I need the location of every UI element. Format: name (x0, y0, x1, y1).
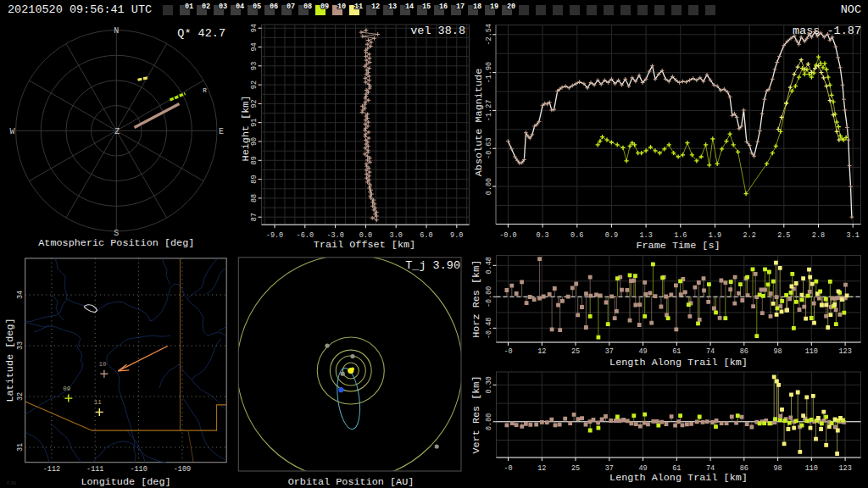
svg-text:07: 07 (287, 3, 295, 11)
svg-text:10: 10 (98, 361, 107, 368)
svg-text:61: 61 (672, 347, 681, 356)
svg-text:94: 94 (250, 24, 259, 32)
svg-text:32: 32 (16, 392, 25, 401)
svg-text:17: 17 (456, 3, 465, 11)
svg-text:E: E (219, 127, 224, 136)
svg-text:Latitude [deg]: Latitude [deg] (4, 318, 16, 402)
svg-text:98: 98 (773, 347, 782, 356)
svg-text:15: 15 (422, 3, 431, 11)
svg-text:W: W (10, 127, 15, 136)
svg-text:08: 08 (303, 3, 312, 11)
svg-text:74: 74 (706, 347, 715, 356)
svg-text:Vert Res [km]: Vert Res [km] (470, 375, 482, 453)
svg-text:-9.0: -9.0 (266, 231, 283, 240)
svg-text:0.3: 0.3 (536, 231, 548, 240)
svg-text:0.6: 0.6 (570, 231, 583, 240)
svg-text:2.2: 2.2 (743, 231, 756, 240)
svg-text:92: 92 (250, 99, 259, 108)
svg-text:86: 86 (740, 347, 748, 356)
svg-text:3.1: 3.1 (847, 231, 860, 240)
svg-text:-1.90: -1.90 (485, 62, 493, 84)
svg-text:12: 12 (371, 3, 380, 11)
svg-text:03: 03 (219, 3, 227, 11)
svg-text:2.5: 2.5 (777, 231, 790, 240)
svg-text:1.6: 1.6 (674, 231, 687, 240)
svg-text:90: 90 (250, 137, 259, 146)
svg-text:-0.63: -0.63 (485, 137, 493, 159)
svg-text:11: 11 (94, 399, 103, 406)
svg-text:-2.54: -2.54 (485, 24, 493, 46)
svg-text:49: 49 (638, 347, 647, 356)
svg-text:37: 37 (605, 347, 614, 356)
svg-text:6.0: 6.0 (420, 231, 432, 240)
svg-text:T_j 3.90: T_j 3.90 (405, 259, 460, 272)
svg-text:Trail Offset [km]: Trail Offset [km] (314, 239, 415, 251)
svg-text:0.48: 0.48 (485, 257, 493, 274)
svg-text:-1.27: -1.27 (485, 100, 493, 122)
svg-text:06: 06 (270, 3, 278, 11)
svg-text:-0.0: -0.0 (499, 231, 516, 240)
svg-text:Z: Z (114, 127, 120, 136)
svg-text:-110: -110 (130, 465, 147, 474)
svg-text:04: 04 (236, 3, 244, 11)
svg-text:33: 33 (16, 341, 25, 350)
svg-text:110: 110 (805, 347, 818, 356)
svg-text:11: 11 (354, 3, 363, 11)
svg-text:Horz Res [km]: Horz Res [km] (470, 260, 482, 338)
svg-text:20: 20 (507, 3, 515, 11)
svg-text:110: 110 (805, 464, 818, 473)
svg-text:Height [km]: Height [km] (240, 96, 252, 162)
svg-text:Orbital Position [AU]: Orbital Position [AU] (288, 476, 415, 488)
svg-text:0.00: 0.00 (485, 413, 493, 430)
svg-text:92: 92 (250, 80, 259, 89)
svg-text:0.00: 0.00 (485, 178, 493, 195)
svg-text:18: 18 (473, 3, 481, 11)
svg-text:R: R (203, 87, 207, 94)
svg-text:94: 94 (250, 42, 259, 51)
svg-text:Atmospheric Position [deg]: Atmospheric Position [deg] (38, 237, 194, 249)
svg-text:93: 93 (250, 62, 259, 70)
svg-text:89: 89 (250, 175, 259, 183)
svg-text:123: 123 (838, 347, 851, 356)
svg-text:13: 13 (388, 3, 397, 11)
svg-text:N: N (114, 26, 119, 36)
svg-text:0.9: 0.9 (605, 231, 618, 240)
svg-text:-109: -109 (174, 465, 191, 474)
svg-text:-0: -0 (504, 347, 512, 356)
svg-text:31: 31 (16, 443, 25, 452)
svg-text:09: 09 (320, 3, 329, 11)
svg-text:91: 91 (250, 119, 259, 127)
svg-text:FJW: FJW (7, 480, 16, 486)
svg-text:34: 34 (16, 291, 25, 299)
svg-text:NOC: NOC (841, 3, 861, 16)
svg-text:-0.00: -0.00 (485, 286, 493, 308)
svg-text:-0.48: -0.48 (485, 318, 493, 340)
svg-text:-112: -112 (43, 465, 60, 474)
svg-text:Q* 42.7: Q* 42.7 (177, 27, 225, 40)
svg-text:14: 14 (405, 3, 414, 11)
svg-text:Absolute Magnitude: Absolute Magnitude (473, 69, 485, 176)
svg-text:12: 12 (537, 347, 546, 356)
svg-text:16: 16 (439, 3, 448, 11)
svg-text:25: 25 (571, 464, 580, 473)
svg-text:Length Along Trail [km]: Length Along Trail [km] (609, 357, 748, 369)
svg-text:12: 12 (537, 464, 546, 473)
svg-text:09: 09 (63, 385, 70, 392)
svg-text:10: 10 (337, 3, 346, 11)
svg-text:87: 87 (250, 213, 259, 221)
svg-text:1.3: 1.3 (639, 231, 652, 240)
svg-text:-0: -0 (504, 464, 512, 473)
svg-text:9.0: 9.0 (450, 231, 463, 240)
svg-text:05: 05 (253, 3, 261, 11)
svg-text:19: 19 (490, 3, 498, 11)
svg-text:-111: -111 (86, 465, 103, 474)
svg-text:01: 01 (185, 3, 193, 11)
svg-text:-6.0: -6.0 (297, 231, 314, 240)
svg-text:20210520 09:56:41 UTC: 20210520 09:56:41 UTC (8, 3, 152, 16)
svg-text:02: 02 (202, 3, 210, 11)
svg-text:Longitude [deg]: Longitude [deg] (81, 476, 170, 488)
svg-text:1.9: 1.9 (709, 231, 721, 240)
svg-text:98: 98 (773, 464, 782, 473)
svg-text:0.30: 0.30 (485, 376, 493, 393)
svg-text:25: 25 (571, 347, 580, 356)
